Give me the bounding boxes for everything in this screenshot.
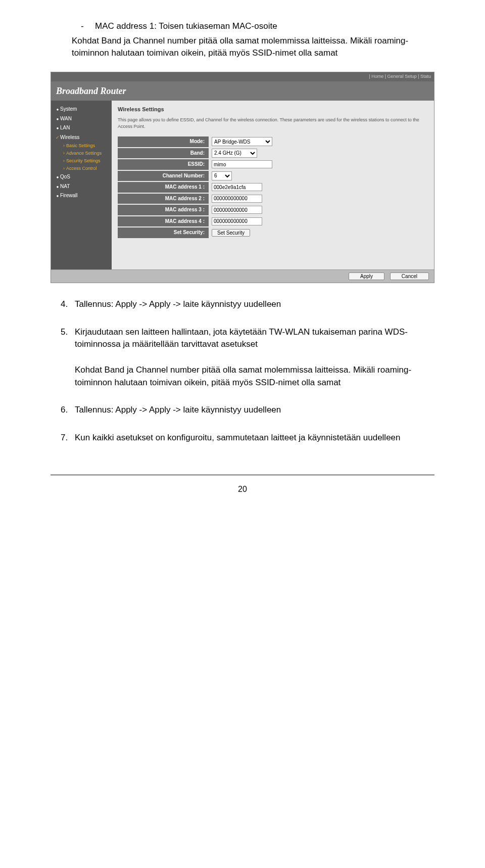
router-top-links: | Home | General Setup | Statu [51, 72, 434, 81]
label-mac1: MAC address 1 : [118, 182, 209, 193]
sidebar-label: System [60, 106, 77, 113]
list-body: Kirjaudutaan sen laitteen hallintaan, jo… [75, 326, 434, 389]
input-essid[interactable] [212, 160, 272, 168]
list-text-5b: Kohdat Band ja Channel number pitää olla… [75, 364, 434, 389]
row-mac4: MAC address 4 : [118, 216, 428, 227]
row-essid: ESSID: [118, 159, 428, 170]
list-body: Kun kaikki asetukset on konfiguroitu, sa… [75, 432, 434, 444]
sidebar-item-wan[interactable]: WAN [55, 114, 108, 124]
row-mac2: MAC address 2 : [118, 194, 428, 204]
list-text-5a: Kirjaudutaan sen laitteen hallintaan, jo… [75, 326, 434, 351]
set-security-button[interactable]: Set Security [212, 229, 250, 237]
bullet-icon [55, 183, 60, 191]
sidebar-item-lan[interactable]: LAN [55, 123, 108, 133]
page-divider [51, 475, 434, 475]
bullet-row: - MAC address 1: Toisen tukiaseman MAC-o… [81, 20, 434, 33]
doc-top-block: - MAC address 1: Toisen tukiaseman MAC-o… [51, 20, 434, 60]
select-channel[interactable]: 6 [212, 171, 232, 180]
input-mac2[interactable] [212, 195, 262, 203]
label-mac4: MAC address 4 : [118, 216, 209, 227]
numbered-list: 4. Tallennus: Apply -> Apply -> laite kä… [61, 298, 434, 444]
sidebar-label: LAN [60, 124, 70, 132]
label-mac3: MAC address 3 : [118, 205, 209, 215]
page-number: 20 [51, 483, 434, 495]
select-band[interactable]: 2.4 GHz (G) [212, 149, 257, 158]
sidebar-sub-security[interactable]: Security Settings [63, 157, 108, 165]
label-essid: ESSID: [118, 159, 209, 170]
sidebar-label: NAT [60, 183, 70, 191]
sidebar-item-system[interactable]: System [55, 105, 108, 114]
list-item-5: 5. Kirjaudutaan sen laitteen hallintaan,… [61, 326, 434, 389]
list-number: 6. [61, 404, 75, 417]
row-mac3: MAC address 3 : [118, 205, 428, 215]
check-icon [55, 134, 60, 142]
content-desc: This page allows you to define ESSID, an… [118, 117, 428, 129]
sidebar-sub-access[interactable]: Access Control [63, 165, 108, 172]
bullet-text: MAC address 1: Toisen tukiaseman MAC-oso… [95, 20, 434, 33]
bullet-icon [55, 173, 60, 181]
content-title: Wireless Settings [118, 106, 428, 114]
router-footer: Apply Cancel [51, 269, 434, 283]
router-main: System WAN LAN Wireless Basic Settings A… [51, 101, 434, 269]
row-channel: Channel Number: 6 [118, 171, 428, 181]
list-number: 4. [61, 298, 75, 311]
list-body: Tallennus: Apply -> Apply -> laite käynn… [75, 298, 434, 311]
list-item-6: 6. Tallennus: Apply -> Apply -> laite kä… [61, 404, 434, 417]
row-mac1: MAC address 1 : [118, 182, 428, 193]
bullet-icon [55, 106, 60, 113]
row-band: Band: 2.4 GHz (G) [118, 148, 428, 159]
row-mode: Mode: AP Bridge-WDS [118, 136, 428, 147]
list-body: Tallennus: Apply -> Apply -> laite käynn… [75, 404, 434, 417]
label-band: Band: [118, 148, 209, 159]
input-mac1[interactable] [212, 183, 262, 191]
list-item-7: 7. Kun kaikki asetukset on konfiguroitu,… [61, 432, 434, 444]
sidebar-label: QoS [60, 173, 70, 181]
sidebar-label: WAN [60, 115, 72, 123]
row-security: Set Security: Set Security [118, 227, 428, 238]
cancel-button[interactable]: Cancel [390, 272, 429, 280]
bullet-dash: - [81, 20, 95, 33]
bullet-icon [55, 115, 60, 123]
apply-button[interactable]: Apply [349, 272, 384, 280]
select-mode[interactable]: AP Bridge-WDS [212, 137, 272, 146]
bullet-icon [55, 192, 60, 200]
router-content: Wireless Settings This page allows you t… [112, 101, 434, 269]
sidebar-item-firewall[interactable]: Firewall [55, 191, 108, 201]
sidebar-label: Wireless [60, 134, 79, 142]
input-mac4[interactable] [212, 217, 262, 225]
label-channel: Channel Number: [118, 171, 209, 181]
list-number: 5. [61, 326, 75, 389]
router-sidebar: System WAN LAN Wireless Basic Settings A… [51, 101, 112, 269]
label-mac2: MAC address 2 : [118, 194, 209, 204]
sidebar-item-wireless[interactable]: Wireless [55, 133, 108, 143]
list-number: 7. [61, 432, 75, 444]
list-item-4: 4. Tallennus: Apply -> Apply -> laite kä… [61, 298, 434, 311]
indent-paragraph: Kohdat Band ja Channel number pitää olla… [72, 35, 434, 60]
router-brand: Broadband Router [51, 81, 434, 101]
bullet-icon [55, 124, 60, 132]
label-mode: Mode: [118, 136, 209, 147]
sidebar-sub-basic[interactable]: Basic Settings [63, 142, 108, 150]
sidebar-item-qos[interactable]: QoS [55, 172, 108, 182]
input-mac3[interactable] [212, 206, 262, 214]
sidebar-item-nat[interactable]: NAT [55, 182, 108, 192]
sidebar-label: Firewall [60, 192, 77, 200]
router-ui-screenshot: | Home | General Setup | Statu Broadband… [51, 72, 434, 283]
label-security: Set Security: [118, 227, 209, 238]
sidebar-sub-advance[interactable]: Advance Settings [63, 150, 108, 157]
